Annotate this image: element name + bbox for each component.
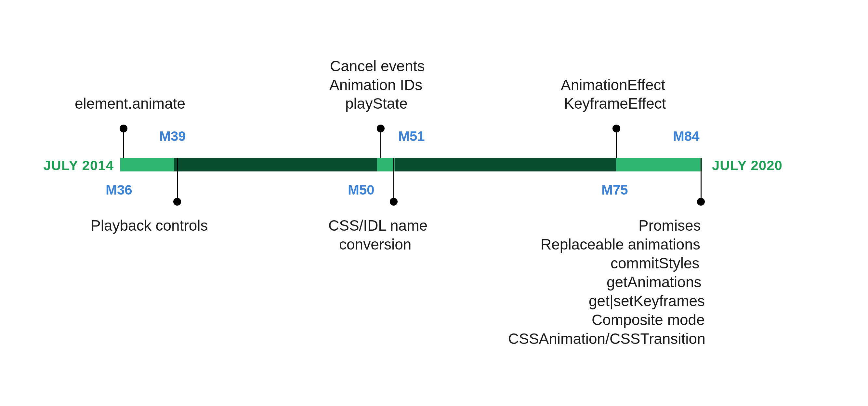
stem-m36 (123, 128, 124, 158)
stem-m51 (380, 128, 381, 158)
dot-m75 (613, 124, 620, 133)
label-m50: M50 (348, 182, 374, 198)
feature-m84-4: get|setKeyframes (589, 292, 705, 311)
feature-m51-0: Cancel events (330, 57, 425, 76)
bar-segment-3 (377, 158, 395, 171)
label-m75: M75 (601, 182, 628, 198)
feature-m50-1: conversion (339, 235, 411, 254)
bar-segment-5 (616, 158, 702, 171)
bar-segment-2 (174, 158, 377, 171)
feature-m50-0: CSS/IDL name (328, 216, 428, 235)
feature-m75-0: AnimationEffect (561, 76, 665, 95)
dot-m36 (120, 124, 127, 133)
label-m36: M36 (106, 182, 132, 198)
stem-m75 (616, 128, 617, 158)
feature-m84-2: commitStyles (611, 254, 699, 273)
label-m39: M39 (159, 128, 186, 144)
timeline-diagram: JULY 2014 JULY 2020 M36 element.animate … (0, 0, 868, 406)
label-m51: M51 (398, 128, 425, 144)
dot-m50 (390, 198, 398, 206)
feature-m36-0: element.animate (75, 94, 185, 113)
stem-m50 (393, 158, 394, 202)
dot-m84 (697, 198, 705, 206)
feature-m75-1: KeyframeEffect (564, 94, 666, 113)
feature-m51-2: playState (345, 94, 408, 113)
dot-m39 (173, 198, 181, 206)
feature-m84-0: Promises (639, 216, 701, 235)
end-date: JULY 2020 (712, 158, 782, 173)
dot-m51 (377, 124, 384, 133)
stem-m39 (177, 158, 178, 202)
feature-m39-0: Playback controls (91, 216, 208, 235)
bar-segment-1 (120, 158, 174, 171)
start-date: JULY 2014 (43, 158, 114, 173)
stem-m84 (701, 158, 702, 202)
feature-m84-1: Replaceable animations (540, 235, 700, 254)
label-m84: M84 (673, 128, 700, 144)
feature-m84-6: CSSAnimation/CSSTransition (508, 329, 706, 348)
feature-m84-3: getAnimations (607, 273, 702, 292)
feature-m51-1: Animation IDs (329, 76, 422, 95)
feature-m84-5: Composite mode (592, 311, 705, 329)
bar-segment-4 (395, 158, 616, 171)
